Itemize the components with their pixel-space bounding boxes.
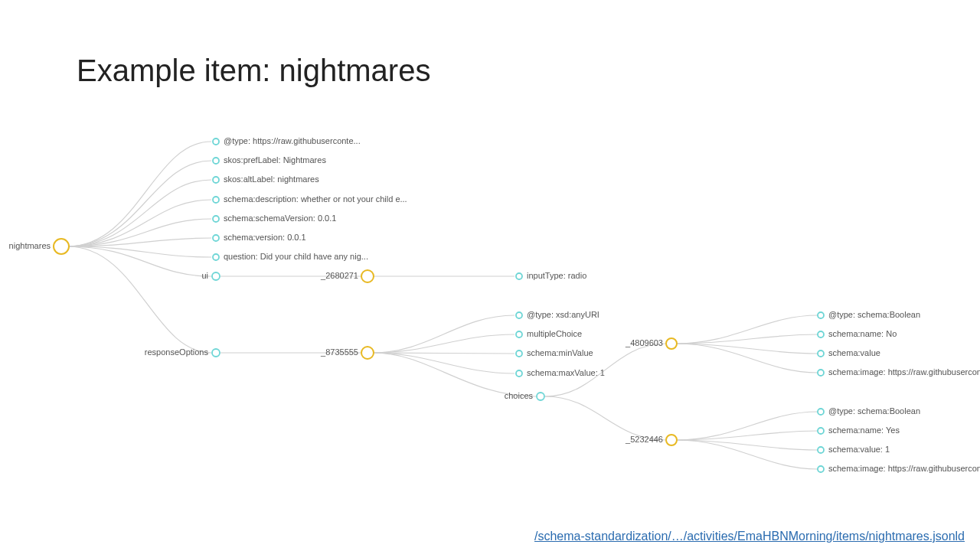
node-ui-id[interactable] (361, 270, 374, 282)
edge (374, 315, 514, 353)
edge (67, 246, 211, 257)
leaf-node[interactable] (213, 158, 219, 164)
leaf-node[interactable] (818, 428, 824, 434)
leaf-node[interactable] (818, 466, 824, 472)
edge (67, 180, 211, 246)
leaf-node[interactable] (213, 197, 219, 203)
leaf-label: schema:image: https://raw.githubusercont… (828, 367, 980, 377)
leaf-label: schema:description: whether or not your … (224, 194, 407, 204)
leaf-node[interactable] (818, 312, 824, 318)
node-responseoptions-id-label: _8735555 (320, 347, 358, 357)
root-leaf-group: @type: https://raw.githubuserconte... sk… (213, 136, 407, 261)
node-responseoptions-id[interactable] (361, 347, 374, 359)
leaf-label: @type: https://raw.githubuserconte... (224, 136, 361, 145)
edge (545, 396, 666, 440)
leaf-node[interactable] (516, 312, 522, 318)
edge (374, 353, 514, 373)
leaf-node[interactable] (516, 350, 522, 357)
leaf-label: schema:maxValue: 1 (527, 368, 605, 377)
leaf-label: schema:name: No (828, 329, 897, 338)
leaf-label: @type: xsd:anyURI (527, 310, 599, 319)
leaf-label: schema:schemaVersion: 0.0.1 (224, 214, 336, 223)
leaf-label: schema:version: 0.0.1 (224, 233, 306, 242)
leaf-node[interactable] (213, 139, 219, 145)
edge (67, 142, 211, 246)
node-response-options[interactable] (212, 349, 220, 357)
leaf-node[interactable] (213, 177, 219, 183)
node-ui[interactable] (212, 272, 220, 280)
edge (67, 200, 211, 246)
leaf-label: skos:prefLabel: Nightmares (224, 155, 326, 165)
edge (374, 334, 514, 353)
footer-link[interactable]: /schema-standardization/…/activities/Ema… (534, 530, 965, 543)
leaf-node[interactable] (818, 350, 824, 357)
leaf-node[interactable] (516, 331, 522, 337)
node-choice-1[interactable] (666, 435, 677, 445)
edge (67, 246, 211, 353)
leaf-label: schema:image: https://raw.githubusercont… (828, 464, 980, 473)
node-root-label: nightmares (9, 241, 51, 250)
leaf-node[interactable] (213, 216, 219, 222)
node-choices-label: choices (505, 391, 534, 400)
leaf-label: skos:altLabel: nightmares (224, 174, 319, 184)
node-choices[interactable] (537, 393, 544, 400)
leaf-node[interactable] (213, 235, 219, 241)
leaf-label: multipleChoice (527, 329, 582, 338)
leaf-label: @type: schema:Boolean (828, 310, 920, 319)
edge (374, 353, 536, 396)
edge (67, 161, 211, 246)
leaf-node[interactable] (516, 370, 522, 377)
node-response-options-label: responseOptions (145, 347, 209, 357)
leaf-node[interactable] (818, 409, 824, 415)
node-ui-label: ui (201, 271, 208, 280)
node-choice-1-label: _5232446 (625, 435, 663, 444)
leaf-label: question: Did your child have any nig... (224, 252, 368, 261)
node-ui-id-label: _2680271 (320, 271, 358, 280)
leaf-node[interactable] (516, 273, 522, 279)
leaf-label: schema:minValue (527, 348, 593, 357)
leaf-label: schema:value: 1 (828, 445, 890, 454)
node-choice-0[interactable] (666, 338, 677, 349)
node-root[interactable] (54, 239, 69, 254)
leaf-label: schema:name: Yes (828, 425, 900, 435)
leaf-label: schema:value (828, 348, 880, 357)
leaf-label: inputType: radio (527, 271, 586, 280)
leaf-node[interactable] (213, 254, 219, 260)
graph-canvas: nightmares @type: https://raw.githubuser… (0, 0, 980, 551)
node-choice-0-label: _4809603 (625, 338, 663, 347)
leaf-node[interactable] (818, 370, 824, 376)
leaf-node[interactable] (818, 331, 824, 337)
leaf-node[interactable] (818, 447, 824, 453)
leaf-label: @type: schema:Boolean (828, 406, 920, 416)
